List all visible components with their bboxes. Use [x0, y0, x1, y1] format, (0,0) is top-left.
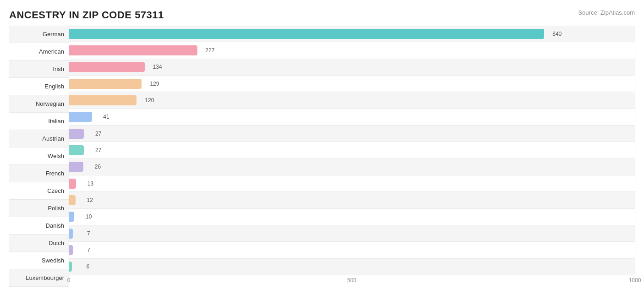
bar-fill: 6: [69, 262, 72, 272]
bar-label: Luxembourger: [26, 274, 64, 281]
bar-value: 27: [95, 147, 101, 153]
bar-value: 227: [206, 47, 215, 54]
bar-fill: 27: [69, 145, 84, 155]
bar-fill: 129: [69, 79, 142, 89]
y-label-row: English: [9, 78, 69, 95]
bar-fill: 27: [69, 129, 84, 139]
y-label-row: Austrian: [9, 130, 69, 148]
y-label-row: Dutch: [9, 235, 69, 252]
bar-label: Norwegian: [36, 100, 64, 107]
source-text: Source: ZipAtlas.com: [578, 9, 635, 16]
bar-label: Dutch: [49, 240, 64, 246]
bar-row: 129: [69, 76, 635, 92]
bar-value: 6: [87, 263, 90, 270]
bar-row: 27: [69, 126, 635, 142]
bar-value: 134: [153, 64, 162, 70]
y-label-row: Luxembourger: [9, 269, 69, 287]
bar-row: 13: [69, 175, 635, 192]
bar-row: 12: [69, 192, 635, 208]
bar-row: 27: [69, 142, 635, 158]
y-label-row: Irish: [9, 60, 69, 78]
bar-row: 41: [69, 109, 635, 126]
bar-fill: 12: [69, 195, 76, 205]
bar-fill: 840: [69, 29, 544, 39]
bar-row: 26: [69, 159, 635, 175]
bar-value: 129: [150, 81, 159, 87]
bar-label: Czech: [47, 187, 64, 194]
bar-label: American: [39, 48, 64, 55]
bar-value: 7: [87, 230, 90, 237]
bar-label: Italian: [48, 118, 64, 125]
bar-fill: 134: [69, 62, 145, 72]
y-label-row: Norwegian: [9, 95, 69, 113]
bar-value: 12: [87, 197, 93, 203]
bar-fill: 26: [69, 162, 83, 172]
y-label-row: Italian: [9, 113, 69, 130]
chart-title: ANCESTRY IN ZIP CODE 57311: [9, 9, 635, 21]
bar-value: 41: [103, 114, 109, 120]
bar-label: English: [44, 83, 64, 90]
x-axis-tick: 0: [67, 277, 71, 284]
bar-label: Danish: [46, 222, 64, 229]
bar-label: Welsh: [48, 153, 64, 159]
bar-fill: 41: [69, 112, 92, 122]
x-axis-tick: 1000: [629, 277, 641, 284]
bar-label: Swedish: [42, 257, 64, 264]
bar-row: 6: [69, 259, 635, 275]
bar-label: Irish: [53, 66, 64, 72]
bar-value: 13: [87, 180, 93, 187]
bar-value: 120: [145, 97, 154, 104]
bars-area: 84022713412912041272726131210776 0500100…: [69, 26, 635, 287]
bar-fill: 7: [69, 229, 73, 239]
bar-row: 840: [69, 26, 635, 42]
bar-row: 7: [69, 242, 635, 258]
bar-fill: 13: [69, 179, 76, 189]
bar-fill: 7: [69, 245, 73, 255]
bar-value: 7: [87, 247, 90, 253]
bar-row: 227: [69, 42, 635, 59]
x-gridline: [635, 26, 635, 275]
y-label-row: Polish: [9, 200, 69, 217]
bar-fill: 10: [69, 212, 74, 222]
y-label-row: German: [9, 26, 69, 43]
bar-label: German: [43, 31, 64, 38]
bar-label: Polish: [48, 205, 64, 212]
bar-label: Austrian: [42, 135, 64, 142]
bar-value: 27: [95, 131, 101, 137]
bar-row: 10: [69, 209, 635, 225]
bar-fill: 120: [69, 95, 136, 105]
y-labels: GermanAmericanIrishEnglishNorwegianItali…: [9, 26, 69, 287]
bar-row: 134: [69, 59, 635, 76]
bar-row: 120: [69, 92, 635, 109]
bar-value: 26: [95, 164, 101, 170]
y-label-row: Swedish: [9, 252, 69, 269]
bar-label: French: [46, 170, 64, 177]
bar-value: 840: [552, 31, 562, 37]
y-label-row: Danish: [9, 217, 69, 235]
bar-value: 10: [86, 213, 92, 220]
bar-fill: 227: [69, 45, 197, 55]
bar-row: 7: [69, 225, 635, 242]
chart-container: ANCESTRY IN ZIP CODE 57311 Source: ZipAt…: [0, 0, 644, 295]
x-axis-tick: 500: [347, 277, 356, 284]
y-label-row: French: [9, 165, 69, 182]
y-label-row: Czech: [9, 182, 69, 200]
y-label-row: Welsh: [9, 148, 69, 165]
y-label-row: American: [9, 43, 69, 60]
